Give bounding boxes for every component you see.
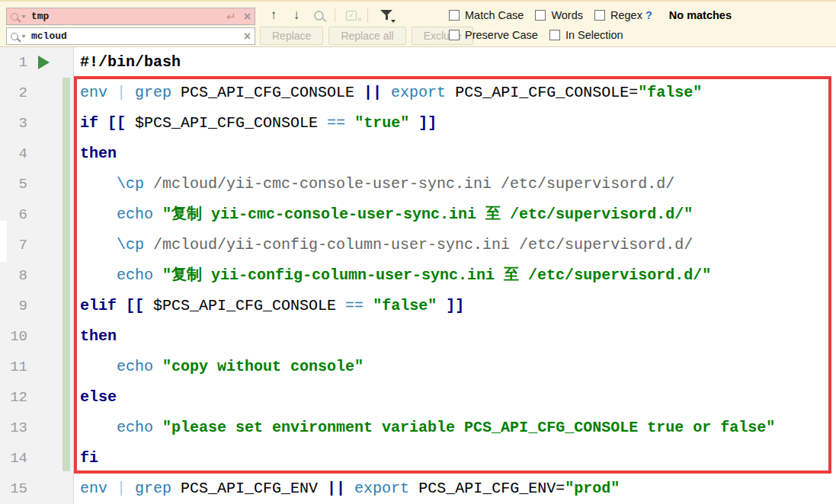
code-token: echo — [117, 358, 153, 375]
code-token: "复制 yii-cmc-console-user-sync.ini 至 /etc… — [162, 206, 693, 223]
code-token: == — [327, 114, 345, 132]
code-token: then — [80, 145, 117, 162]
code-area[interactable]: #!/bin/bashenv | grep PCS_API_CFG_CONSOL… — [74, 47, 836, 504]
code-token: $PCS_API_CFG_CONSOLE — [126, 114, 327, 132]
close-icon[interactable]: × — [244, 30, 251, 43]
filter-funnel-stem — [386, 15, 388, 20]
in-selection-checkbox[interactable] — [549, 30, 560, 40]
code-token: grep — [135, 480, 171, 497]
preserve-case-checkbox[interactable] — [449, 30, 460, 40]
code-token: \cp — [117, 236, 144, 254]
regex-help-icon[interactable]: ? — [645, 9, 652, 21]
line-number: 8 — [0, 260, 27, 291]
search-input[interactable]: tmp ↵ × — [6, 8, 255, 25]
code-line-1[interactable]: #!/bin/bash — [74, 47, 836, 78]
code-line-12[interactable]: else — [74, 382, 836, 413]
match-case-checkbox[interactable] — [449, 10, 460, 21]
toolbar-separator — [335, 8, 335, 22]
prev-occurrence-icon[interactable]: ↑ — [262, 8, 285, 23]
code-token: "please set environment variable PCS_API… — [162, 419, 775, 436]
line-number: 9 — [0, 291, 27, 321]
vcs-change-marker[interactable] — [62, 78, 70, 471]
line-number: 5 — [0, 169, 27, 199]
code-token: echo — [117, 419, 153, 436]
code-token: then — [80, 327, 117, 345]
replace-input-value[interactable]: mcloud — [31, 30, 244, 42]
code-token: \cp — [117, 175, 144, 193]
replace-button[interactable]: Replace — [260, 27, 323, 45]
code-token: || — [327, 480, 345, 497]
code-token — [80, 358, 117, 375]
code-token: "复制 yii-config-column-user-sync.ini 至 /e… — [162, 266, 711, 284]
code-token: echo — [117, 206, 153, 223]
replace-all-button[interactable]: Replace all — [328, 27, 405, 45]
search-icon[interactable] — [11, 13, 18, 21]
in-selection-label: In Selection — [565, 29, 623, 41]
code-token: PCS_API_CFG_ENV — [171, 480, 327, 497]
code-line-2[interactable]: env | grep PCS_API_CFG_CONSOLE || export… — [74, 78, 836, 108]
code-line-6[interactable]: echo "复制 yii-cmc-console-user-sync.ini 至… — [74, 199, 836, 230]
replace-history-icon[interactable] — [11, 33, 18, 40]
gutter: 123456789101112131415 — [0, 47, 74, 504]
code-token — [437, 297, 446, 314]
code-token — [409, 114, 418, 132]
words-label: Words — [551, 9, 583, 21]
code-token: grep — [135, 84, 171, 101]
close-icon[interactable]: × — [244, 11, 251, 23]
regex-checkbox[interactable] — [594, 10, 605, 21]
find-toolbar: ↑ ↓ ✓ — [262, 6, 400, 24]
code-token: "prod" — [565, 480, 620, 497]
search-input-value[interactable]: tmp — [31, 11, 226, 22]
code-token — [80, 206, 117, 223]
code-line-8[interactable]: echo "复制 yii-config-column-user-sync.ini… — [74, 260, 836, 291]
newline-icon[interactable]: ↵ — [226, 10, 236, 24]
code-line-5[interactable]: \cp /mcloud/yii-cmc-console-user-sync.in… — [74, 169, 836, 199]
code-token: | — [107, 480, 135, 497]
code-token: env — [80, 480, 107, 497]
select-all-occurrences-icon[interactable]: ✓ — [346, 11, 357, 21]
ide-window: tmp ↵ × mcloud × ↑ ↓ ✓ Replace Replac — [0, 0, 836, 504]
code-editor[interactable]: 123456789101112131415 #!/bin/bashenv | g… — [0, 47, 836, 504]
words-checkbox[interactable] — [535, 10, 546, 21]
code-line-4[interactable]: then — [74, 139, 836, 169]
code-token — [98, 114, 107, 132]
replace-history-caret-icon[interactable] — [21, 35, 26, 38]
code-token: export — [345, 480, 409, 497]
match-case-label: Match Case — [465, 9, 524, 21]
code-token: elif — [80, 297, 117, 314]
code-token: PCS_API_CFG_ENV= — [409, 480, 565, 497]
code-line-9[interactable]: elif [[ $PCS_API_CFG_CONSOLE == "false" … — [74, 291, 836, 321]
code-token: export — [382, 84, 446, 101]
code-line-15[interactable]: env | grep PCS_API_CFG_ENV || export PCS… — [74, 474, 836, 504]
code-token — [80, 266, 117, 284]
code-token: ]] — [446, 297, 464, 314]
code-line-11[interactable]: echo "copy without console" — [74, 352, 836, 382]
regex-label: Regex — [610, 9, 642, 21]
code-line-3[interactable]: if [[ $PCS_API_CFG_CONSOLE == "true" ]] — [74, 108, 836, 139]
code-token — [153, 358, 162, 375]
line-number: 1 — [0, 47, 27, 78]
code-token: ]] — [418, 114, 437, 132]
line-number: 3 — [0, 108, 27, 139]
code-token: else — [80, 388, 117, 406]
replace-input[interactable]: mcloud × — [6, 27, 255, 45]
code-token: "true" — [354, 114, 409, 132]
next-occurrence-icon[interactable]: ↓ — [285, 8, 308, 23]
find-all-icon[interactable] — [314, 11, 324, 21]
filter-icon[interactable] — [380, 9, 392, 21]
code-token — [364, 297, 373, 314]
code-line-7[interactable]: \cp /mcloud/yii-config-column-user-sync.… — [74, 230, 836, 260]
code-line-13[interactable]: echo "please set environment variable PC… — [74, 413, 836, 443]
code-line-10[interactable]: then — [74, 321, 836, 352]
search-history-caret-icon[interactable] — [21, 15, 26, 18]
code-token — [80, 236, 117, 254]
code-line-14[interactable]: fi — [74, 443, 836, 474]
code-token: || — [364, 84, 382, 101]
code-token: if — [80, 114, 98, 132]
find-replace-bar: tmp ↵ × mcloud × ↑ ↓ ✓ Replace Replac — [0, 0, 836, 47]
code-token: PCS_API_CFG_CONSOLE= — [446, 84, 638, 101]
code-token: PCS_API_CFG_CONSOLE — [171, 84, 364, 101]
code-token — [153, 206, 162, 223]
run-script-icon[interactable] — [38, 56, 50, 69]
code-token — [117, 297, 126, 314]
